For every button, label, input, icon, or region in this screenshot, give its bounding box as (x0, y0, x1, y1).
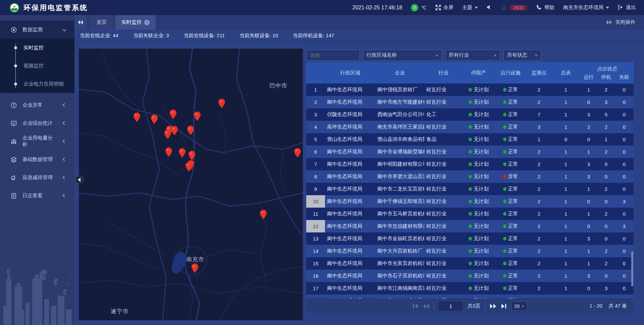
stat-item: 当前失联企业: 3 (133, 33, 169, 39)
last-page-button[interactable] (501, 304, 506, 309)
tab-home[interactable]: 首页 (91, 15, 113, 30)
map-pin[interactable] (171, 126, 178, 136)
first-page-button[interactable] (413, 304, 418, 309)
sidebar-item-1[interactable]: 企业异常 (0, 96, 74, 114)
name-search-input[interactable] (306, 50, 360, 61)
org-label: 南充市生态环境局 (563, 4, 603, 11)
cell-stop-status: 无计划 (463, 195, 495, 208)
cell-region: 阆中生态环境局 (325, 183, 375, 195)
table-row[interactable]: 13阆中生态环境局阆中市金福旺页岩机砖砖瓦行业无计划正常21300 (306, 232, 634, 245)
log-icon (11, 193, 16, 199)
table-row[interactable]: 10阆中生态环境局阆中千佛镇五郎垭页岩砖瓦行业无计划正常21003 (306, 195, 634, 208)
table-row[interactable]: 4高坪生态环境局南充市高坪区王家店建砖瓦行业无计划正常31220 (306, 121, 634, 133)
table-row[interactable]: 9阆中生态环境局阆中市二龙长宝页岩砖砖瓦行业无计划正常21120 (306, 183, 634, 195)
cell-stop-status: 无计划 (463, 84, 495, 96)
sidebar: 数据监测实时监控视频监控企业电力负荷明细企业异常企业综合统计企业用电量分析基础数… (0, 15, 74, 325)
table-row[interactable]: 1阆中生态环境局阆中强锐页岩砖厂砖瓦行业无计划正常21120 (306, 84, 634, 96)
map-pin[interactable] (188, 151, 196, 161)
sidebar-subitem-2[interactable]: 企业电力负荷明细 (0, 75, 74, 93)
org-dropdown[interactable]: 南充市生态环境局 (563, 4, 609, 11)
table-row[interactable]: 6阆中生态环境局阆中市金博瑞新型墙材砖瓦行业无计划正常21120 (306, 146, 634, 158)
status-dot-icon (469, 113, 472, 116)
tabs-scroll-left-button[interactable] (74, 15, 87, 30)
cell-stopped: 2 (597, 257, 615, 270)
close-operations-button[interactable]: 关闭操作 (606, 15, 644, 30)
map-pin[interactable] (133, 112, 141, 122)
cell-region: 阆中生态环境局 (325, 158, 375, 170)
cell-total-meters: 1 (552, 270, 580, 282)
table-row[interactable]: 15阆中生态环境局阆中市光富页岩机砖厂砖瓦行业无计划正常21120 (306, 257, 634, 270)
cell-stop-status: 无计划 (463, 270, 495, 282)
table-row[interactable]: 11阆中生态环境局阆中市五马桥页岩机砖砖瓦行业无计划正常21120 (306, 208, 634, 220)
notifications[interactable]: 2632 (501, 5, 528, 11)
region-select[interactable]: 行政区域名称 ∨ (363, 50, 442, 61)
map-city-label: 南充市 (186, 256, 204, 263)
table-row[interactable]: 7阆中生态环境局阆中明阳建材有限公司砖瓦行业无计划正常21300 (306, 158, 634, 170)
cell-industry: 砖瓦行业 (424, 195, 463, 208)
sidebar-item-4[interactable]: 基础数据管理 (0, 150, 74, 168)
cell-stop-status: 无计划 (463, 121, 495, 133)
map-pin[interactable] (194, 111, 201, 121)
tab-realtime-monitor[interactable]: 实时监控 ✕ (115, 15, 156, 30)
logout-button[interactable]: 退出 (618, 4, 636, 11)
table-row[interactable]: 16阆中生态环境局阆中市石子页岩机砖厂砖瓦行业无计划正常21300 (306, 270, 634, 282)
cell-index: 13 (306, 232, 325, 245)
sidebar-item-6[interactable]: 日志查看 (0, 186, 74, 205)
sidebar-item-2[interactable]: 企业综合统计 (0, 114, 74, 132)
cell-industry: 砖瓦行业 (424, 220, 463, 232)
table-row[interactable]: 17阆中生态环境局阆中市江南镇阆南页岩砖瓦行业无计划正常21030 (306, 282, 634, 294)
theme-dropdown[interactable]: 主题 (462, 4, 478, 11)
cell-running: 0 (580, 133, 597, 146)
cell-total-meters: 1 (552, 220, 580, 232)
stop-status-label: 无计划 (474, 198, 489, 205)
previous-page-button[interactable] (423, 304, 429, 309)
status-dot-icon (503, 286, 506, 290)
map-pin[interactable] (187, 125, 194, 136)
sidebar-item-3[interactable]: 企业用电量分析 (0, 132, 74, 150)
facility-status-label: 正常 (508, 124, 518, 130)
page-number-input[interactable] (439, 302, 463, 311)
table-row[interactable]: 5营山生态环境局营山县润丰肉食品有限食品无计划正常10010 (306, 133, 634, 146)
close-icon[interactable]: ✕ (144, 20, 150, 25)
table-row[interactable]: 2阆中生态环境局阆中市南方节能建材有砖瓦行业无计划正常21030 (306, 96, 634, 108)
fullscreen-button[interactable]: 全屏 (435, 4, 453, 11)
scrollbar-thumb[interactable] (631, 251, 633, 286)
sidebar-collapse-toggle[interactable] (75, 175, 84, 184)
status-select[interactable]: 所有状态 ∨ (503, 50, 541, 61)
stat-item: 当前在线企业: 44 (80, 33, 118, 39)
status-dot-icon (503, 138, 506, 141)
map-pin[interactable] (191, 263, 199, 273)
sidebar-item-0[interactable]: 数据监测 (0, 20, 74, 39)
temperature-badge: 0 (411, 4, 418, 11)
industry-select[interactable]: 所有行业 ∨ (445, 50, 500, 61)
column-header-3: 停限产 (463, 62, 495, 84)
map-pin[interactable] (185, 162, 193, 172)
status-dot-icon (503, 274, 506, 278)
cell-stopped: 0 (597, 195, 615, 208)
table-scrollbar[interactable] (631, 84, 634, 299)
map-pin[interactable] (165, 147, 172, 157)
help-button[interactable]: 帮助 (536, 4, 554, 11)
table-row[interactable]: 14阆中生态环境局阆中大兴页岩机砖厂砖瓦行业无计划正常21120 (306, 245, 634, 257)
table-row[interactable]: 8阆中生态环境局阆中市枣碧大梁山页岩砖瓦行业无计划异常21300 (306, 170, 634, 183)
mute-button[interactable] (487, 5, 492, 10)
status-dot-icon (503, 125, 506, 129)
map-pin[interactable] (260, 210, 267, 220)
table-row[interactable]: 18南部生态环境局南部县砂化土砚有限公建材加工无计划正常60060 (306, 294, 634, 299)
chevron-down-icon: ∨ (522, 304, 524, 308)
map-pin[interactable] (294, 148, 301, 158)
map-pin[interactable] (169, 109, 177, 119)
table-row[interactable]: 12阆中生态环境局阆中市忠信建材有限公砖瓦行业无计划正常21003 (306, 220, 634, 232)
page-size-select[interactable]: 20 ∨ (511, 302, 527, 311)
sidebar-item-5[interactable]: 应急减排管理 (0, 168, 74, 186)
sidebar-subitem-1[interactable]: 视频监控 (0, 57, 74, 75)
table-row[interactable]: 3仪陇生态环境局西南油气田分公司川中化工无计划正常71350 (306, 108, 634, 121)
column-group-header: 点位状态 (580, 62, 634, 73)
next-page-button[interactable] (490, 304, 496, 309)
map-pin[interactable] (151, 114, 158, 124)
map-panel[interactable]: 巴中市南充市遂宁市 (79, 49, 303, 320)
map-pin[interactable] (218, 99, 225, 109)
chevron-left-icon (62, 157, 66, 161)
sidebar-subitem-0[interactable]: 实时监控 (0, 39, 74, 57)
map-pin[interactable] (178, 148, 186, 158)
